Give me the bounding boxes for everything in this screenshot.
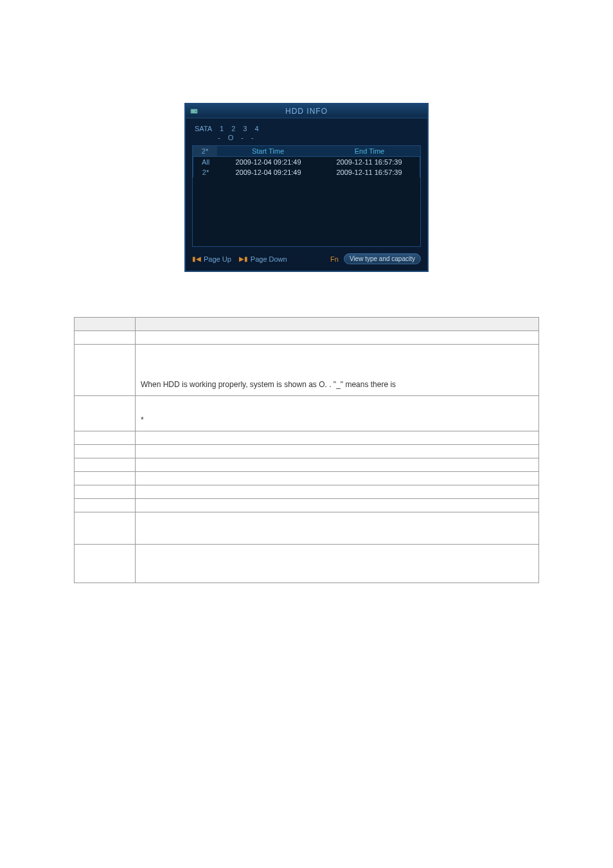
table-cell-param [75,458,136,472]
record-row-end: 2009-12-11 16:57:39 [319,167,420,177]
record-head-end: End Time [319,146,420,156]
sata-status-3: - [241,134,244,141]
record-table: 2* Start Time End Time All 2009-12-04 09… [192,145,421,247]
table-cell-param [75,396,136,431]
sata-slot-3: 3 [243,125,247,132]
table-row [75,499,539,512]
table-cell-func [136,431,539,445]
record-row[interactable]: 2* 2009-12-04 09:21:49 2009-12-11 16:57:… [193,167,420,177]
record-head-start: Start Time [217,146,319,156]
table-row [75,472,539,485]
table-cell-param [75,445,136,458]
dialog-titlebar: HDD INFO [186,104,427,118]
table-cell-func [136,331,539,345]
table-cell-param [75,345,136,396]
page-up-icon: ▮◀ [192,255,201,262]
hdd-info-dialog: HDD INFO SATA 1 2 3 4 - O - - 2* Start T… [184,103,429,272]
page-down-icon: ▶▮ [239,255,248,262]
table-cell-func [136,445,539,458]
table-cell-func [136,512,539,545]
table-cell-func [136,485,539,499]
record-head-id: 2* [193,146,217,156]
table-cell-param [75,331,136,345]
sata-slot-2: 2 [231,125,235,132]
table-row [75,485,539,499]
table-cell-func [136,545,539,583]
page-down-button[interactable]: Page Down [251,255,287,263]
page-up-button[interactable]: Page Up [204,255,231,263]
table-row [75,545,539,583]
table-header-parameter [75,318,136,331]
record-row[interactable]: All 2009-12-04 09:21:49 2009-12-11 16:57… [193,157,420,167]
table-cell-func: When HDD is working properly, system is … [136,345,539,396]
record-row-end: 2009-12-11 16:57:39 [319,157,420,167]
table-row [75,331,539,345]
table-row [75,431,539,445]
sata-status-1: - [218,134,220,141]
sata-label: SATA [195,125,212,132]
record-table-body: All 2009-12-04 09:21:49 2009-12-11 16:57… [192,157,421,247]
sata-slot-row: SATA 1 2 3 4 [192,122,421,134]
record-table-header: 2* Start Time End Time [192,145,421,157]
table-row: When HDD is working properly, system is … [75,345,539,396]
table-cell-param [75,512,136,545]
table-cell-func [136,472,539,485]
dialog-title: HDD INFO [186,107,427,116]
table-cell-func: * [136,396,539,431]
record-row-start: 2009-12-04 09:21:49 [218,157,319,167]
record-row-id: 2* [193,167,218,177]
view-type-capacity-button[interactable]: View type and capacity [344,253,421,264]
fn-label: Fn [330,255,339,263]
record-row-start: 2009-12-04 09:21:49 [218,167,319,177]
sata-status-2: O [228,134,234,141]
table-cell-func [136,499,539,512]
table-cell-param [75,499,136,512]
table-header-row [75,318,539,331]
table-row: * [75,396,539,431]
table-row [75,458,539,472]
sata-status-row: - O - - [192,134,421,145]
table-cell-param [75,431,136,445]
sata-slot-1: 1 [220,125,224,132]
table-cell-param [75,545,136,583]
table-row [75,445,539,458]
table-header-function [136,318,539,331]
dialog-footer: ▮◀ Page Up ▶▮ Page Down Fn View type and… [192,247,421,264]
table-cell-param [75,485,136,499]
table-cell-func [136,458,539,472]
parameter-table: When HDD is working properly, system is … [74,317,539,583]
sata-slot-4: 4 [254,125,258,132]
table-cell-param [75,472,136,485]
table-row [75,512,539,545]
record-row-id: All [193,157,218,167]
sata-status-4: - [251,134,254,141]
